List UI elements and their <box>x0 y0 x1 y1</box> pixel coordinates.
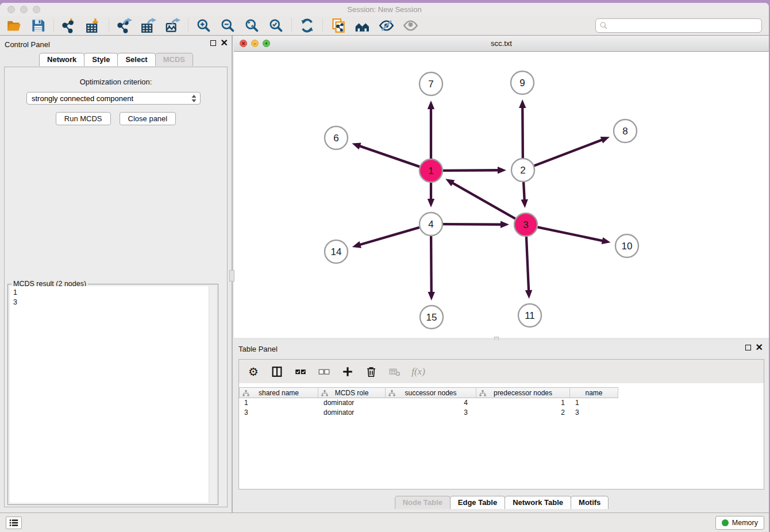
graph-node-4[interactable]: 4 <box>419 213 442 236</box>
export-image-button[interactable] <box>164 18 180 34</box>
select-all-button[interactable] <box>294 365 307 379</box>
column-chooser-button[interactable] <box>270 365 284 379</box>
tab-network-table[interactable]: Network Table <box>505 496 571 509</box>
hide-graphics-details-button[interactable] <box>378 18 394 34</box>
search-icon <box>599 21 608 30</box>
task-history-button[interactable] <box>6 516 22 529</box>
criterion-dropdown[interactable]: strongly connected component <box>26 92 201 105</box>
graph-edge-4-14[interactable] <box>352 228 419 248</box>
float-table-panel-icon[interactable] <box>745 345 751 350</box>
function-builder-button[interactable]: f(x) <box>411 365 425 379</box>
save-session-button[interactable] <box>30 18 46 34</box>
toolbar-separator <box>187 19 188 33</box>
graph-edge-2-9[interactable] <box>519 99 526 158</box>
column-label: MCDS role <box>335 389 369 397</box>
right-region: ✕ – + scc.txt 7968124314101511 Table Pan… <box>234 36 769 512</box>
graph-node-1[interactable]: 1 <box>419 159 442 182</box>
node-label: 2 <box>520 165 525 176</box>
graph-edge-3-1[interactable] <box>445 179 515 218</box>
tab-style[interactable]: Style <box>84 53 118 66</box>
delete-table-button[interactable] <box>388 365 402 379</box>
show-graphics-details-button[interactable] <box>402 18 418 34</box>
memory-label: Memory <box>732 519 758 527</box>
graph-edge-4-3[interactable] <box>443 221 509 228</box>
node-label: 6 <box>333 133 338 144</box>
graph-node-15[interactable]: 15 <box>420 306 443 329</box>
zoom-in-button[interactable] <box>195 18 211 34</box>
result-line: 3 <box>13 298 213 307</box>
graph-edge-2-3[interactable] <box>521 182 528 208</box>
import-table-button[interactable] <box>85 18 101 34</box>
tab-node-table[interactable]: Node Table <box>395 496 451 509</box>
function-icon: f(x) <box>411 366 425 377</box>
graph-node-2[interactable]: 2 <box>511 159 534 182</box>
tab-network[interactable]: Network <box>39 53 84 66</box>
export-network-button[interactable] <box>116 18 132 34</box>
close-table-panel-icon[interactable]: ✕ <box>756 344 763 352</box>
search-input[interactable] <box>608 20 761 32</box>
graph-node-11[interactable]: 11 <box>518 304 541 327</box>
tab-mcds[interactable]: MCDS <box>155 53 193 66</box>
search-field[interactable] <box>595 18 762 33</box>
graph-edge-2-8[interactable] <box>534 137 610 166</box>
zoom-selected-button[interactable] <box>268 18 284 34</box>
zoom-out-button[interactable] <box>220 18 236 34</box>
table-settings-button[interactable]: ⚙ <box>247 365 260 379</box>
table-row[interactable]: 3dominator323 <box>239 408 764 418</box>
graph-edge-1-6[interactable] <box>352 143 419 167</box>
graph-node-6[interactable]: 6 <box>325 126 348 149</box>
splitter-grip[interactable] <box>229 270 234 282</box>
graph-node-3[interactable]: 3 <box>514 213 537 236</box>
column-header-MCDS-role[interactable]: MCDS role <box>318 387 386 398</box>
export-table-button[interactable] <box>140 18 156 34</box>
neighborhood-button[interactable] <box>354 18 370 34</box>
memory-button[interactable]: Memory <box>715 516 764 530</box>
column-header-shared-name[interactable]: shared name <box>239 387 318 398</box>
tab-select[interactable]: Select <box>117 53 155 66</box>
run-mcds-button[interactable]: Run MCDS <box>56 112 111 125</box>
open-session-button[interactable] <box>6 18 22 34</box>
graph-edge-1-7[interactable] <box>428 101 434 159</box>
column-header-name[interactable]: name <box>570 387 618 398</box>
zoom-fit-button[interactable] <box>244 18 260 34</box>
column-header-successor-nodes[interactable]: successor nodes <box>386 387 476 398</box>
deselect-all-button[interactable] <box>317 365 331 379</box>
tab-motifs[interactable]: Motifs <box>571 496 609 509</box>
table-row[interactable]: 1dominator411 <box>239 398 764 408</box>
graph-node-10[interactable]: 10 <box>615 234 638 257</box>
graph-edge-3-10[interactable] <box>538 227 611 244</box>
close-panel-icon[interactable]: ✕ <box>221 39 228 47</box>
clone-network-button[interactable] <box>330 18 346 34</box>
optimization-criterion-label: Optimization criterion: <box>5 78 227 86</box>
graph-node-7[interactable]: 7 <box>419 72 442 95</box>
float-panel-icon[interactable] <box>210 40 216 46</box>
attribute-icon <box>242 390 249 398</box>
zoom-in-icon <box>196 18 211 33</box>
graph-edge-3-11[interactable] <box>525 237 532 299</box>
result-scrollbar[interactable] <box>209 286 216 503</box>
refresh-button[interactable] <box>299 18 315 34</box>
graph-node-14[interactable]: 14 <box>325 240 348 263</box>
network-zoom-button[interactable]: + <box>263 40 270 47</box>
graph-node-8[interactable]: 8 <box>614 119 637 142</box>
close-window-button[interactable] <box>7 6 15 13</box>
add-row-button[interactable] <box>341 365 355 379</box>
result-line: 1 <box>13 288 213 298</box>
tab-edge-table[interactable]: Edge Table <box>450 496 505 509</box>
maximize-window-button[interactable] <box>33 6 40 13</box>
toolbar-separator <box>53 19 54 33</box>
graph-edge-1-2[interactable] <box>443 167 506 174</box>
network-minimize-button[interactable]: – <box>251 40 259 47</box>
mcds-result-textarea[interactable]: 13 <box>10 286 216 503</box>
graph-edge-1-4[interactable] <box>428 183 434 207</box>
column-header-predecessor-nodes[interactable]: predecessor nodes <box>476 387 570 398</box>
graph-edge-4-15[interactable] <box>428 236 435 300</box>
delete-row-button[interactable] <box>364 365 378 379</box>
network-close-button[interactable]: ✕ <box>240 40 247 47</box>
attribute-icon <box>479 390 486 398</box>
graph-node-9[interactable]: 9 <box>511 71 534 94</box>
import-network-button[interactable] <box>61 18 77 34</box>
network-canvas[interactable]: 7968124314101511 <box>234 52 769 338</box>
close-panel-button[interactable]: Close panel <box>120 112 176 125</box>
minimize-window-button[interactable] <box>20 6 28 13</box>
